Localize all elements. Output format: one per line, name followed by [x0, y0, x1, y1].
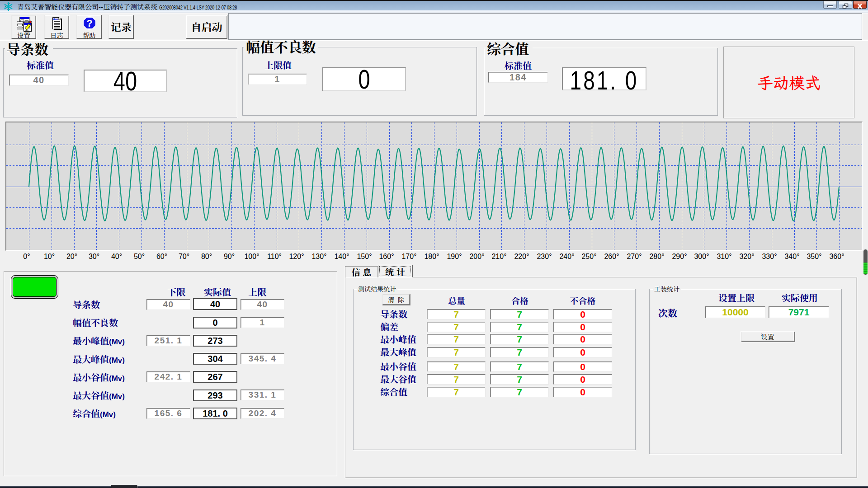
svg-text:?: ? — [86, 18, 92, 29]
